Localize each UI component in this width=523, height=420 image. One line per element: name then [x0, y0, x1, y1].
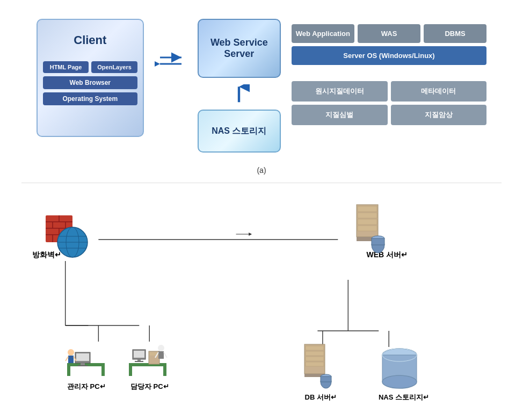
- diagram-a: Client HTML Page OpenLayers Web Browser …: [11, 11, 512, 161]
- metadata-box: 메타데이터: [391, 81, 487, 102]
- svg-rect-70: [321, 376, 331, 382]
- db-server-icon: [300, 342, 340, 392]
- db-server-label: DB 서버↵: [305, 393, 337, 402]
- caption-a: (a): [11, 166, 512, 175]
- svg-rect-59: [158, 351, 164, 359]
- staff-pc-label: 담당자 PC↵: [130, 382, 169, 392]
- svg-rect-39: [67, 366, 70, 376]
- svg-line-47: [66, 357, 68, 361]
- web-server-icon: [351, 202, 394, 258]
- svg-point-45: [68, 349, 74, 356]
- svg-rect-55: [134, 351, 144, 358]
- up-arrow: [228, 84, 250, 103]
- client-row-1: HTML Page OpenLayers: [43, 61, 137, 73]
- svg-rect-42: [76, 353, 89, 361]
- nas-storage-box: NAS 스토리지: [198, 110, 281, 153]
- bidirectional-arrow: [155, 51, 187, 73]
- operating-system-bar: Operating System: [43, 92, 137, 105]
- b-layout: 방화벽↵: [32, 197, 491, 420]
- nas-title: NAS 스토리지: [212, 126, 266, 137]
- svg-line-61: [164, 352, 167, 358]
- admin-pc-label: 관리자 PC↵: [67, 382, 106, 392]
- svg-rect-64: [306, 351, 324, 356]
- svg-point-73: [382, 375, 417, 388]
- svg-rect-44: [78, 365, 88, 366]
- server-os-box: Server OS (Windows/Linux): [292, 46, 486, 65]
- wss-title: Web ServiceServer: [210, 37, 268, 60]
- admin-pc-icon: [64, 336, 107, 381]
- svg-point-58: [158, 345, 164, 351]
- web-browser-bar: Web Browser: [43, 76, 137, 89]
- section-divider: [21, 183, 502, 183]
- arrow-area: [155, 19, 187, 73]
- web-service-server-box: Web ServiceServer: [198, 19, 281, 78]
- geo-symbol-box: 지질심벌: [292, 105, 388, 125]
- wss-column: Web ServiceServer NAS 스토리지: [198, 19, 281, 153]
- raw-geo-data-box: 원시지질데이터: [292, 81, 388, 102]
- svg-rect-65: [306, 357, 324, 361]
- svg-rect-50: [129, 366, 132, 376]
- svg-rect-30: [358, 206, 377, 212]
- right-top-grid: Web Application WAS DBMS Server OS (Wind…: [292, 24, 486, 65]
- openlayers-bar: OpenLayers: [91, 61, 137, 73]
- right-bottom-grid: 원시지질데이터 메타데이터 지질심벌 지질암상: [292, 81, 486, 125]
- was-box: WAS: [358, 24, 420, 43]
- svg-rect-40: [101, 366, 105, 376]
- svg-rect-63: [306, 346, 324, 350]
- svg-rect-46: [68, 356, 74, 363]
- client-box: Client HTML Page OpenLayers Web Browser …: [37, 19, 144, 137]
- svg-rect-56: [137, 359, 141, 361]
- web-application-box: Web Application: [292, 24, 354, 43]
- svg-rect-33: [358, 226, 377, 231]
- svg-rect-51: [163, 366, 166, 376]
- svg-rect-49: [129, 363, 166, 366]
- nas-storage-label: NAS 스토리지↵: [379, 393, 429, 402]
- svg-rect-31: [358, 213, 377, 218]
- dbms-box: DBMS: [424, 24, 486, 43]
- staff-pc-icon: [126, 336, 169, 381]
- geo-rock-box: 지질암상: [391, 105, 487, 125]
- nas-storage-icon: [378, 342, 421, 392]
- svg-rect-37: [372, 238, 384, 245]
- svg-rect-43: [81, 363, 85, 365]
- diagram-b: 방화벽↵: [11, 191, 512, 420]
- svg-rect-32: [358, 219, 377, 225]
- svg-rect-66: [306, 362, 324, 366]
- svg-rect-57: [135, 361, 143, 362]
- html-page-bar: HTML Page: [43, 61, 89, 73]
- right-side: Web Application WAS DBMS Server OS (Wind…: [292, 19, 486, 125]
- firewall-icon: [43, 213, 91, 263]
- client-title: Client: [74, 33, 106, 47]
